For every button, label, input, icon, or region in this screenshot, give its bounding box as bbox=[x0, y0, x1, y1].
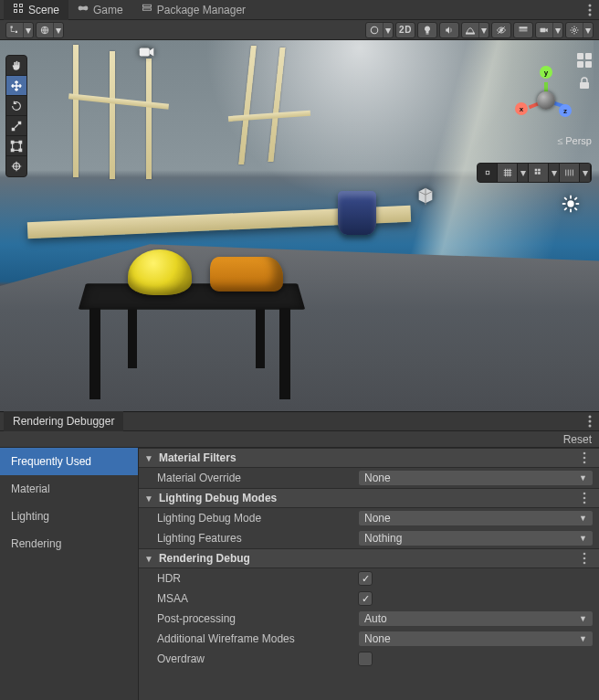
light-gizmo-icon[interactable] bbox=[561, 194, 581, 214]
window-layout-icon[interactable] bbox=[577, 53, 592, 68]
scene-toolbar: ▾ ▾ ▾ 2D ▾ bbox=[0, 20, 599, 40]
orientation-mode-button[interactable]: ▾ bbox=[36, 22, 64, 38]
draw-mode-button[interactable]: ▾ bbox=[365, 22, 394, 38]
row-material-override: Material Override None▼ bbox=[139, 468, 599, 488]
disclosure-triangle-icon: ▼ bbox=[144, 493, 153, 504]
svg-point-58 bbox=[583, 553, 586, 556]
rotate-tool[interactable] bbox=[6, 96, 26, 116]
svg-rect-21 bbox=[520, 29, 528, 31]
orientation-gizmo[interactable]: y x z Persp bbox=[500, 46, 592, 164]
svg-rect-7 bbox=[142, 5, 151, 6]
debugger-panel: ▼ Material Filters Material Override Non… bbox=[139, 448, 599, 700]
pivot-mode-button[interactable]: ▾ bbox=[5, 22, 34, 38]
top-tabs-menu[interactable] bbox=[581, 4, 599, 16]
transform-tool[interactable] bbox=[6, 156, 26, 176]
category-rendering[interactable]: Rendering bbox=[0, 530, 138, 557]
section-rendering-debug[interactable]: ▼ Rendering Debug bbox=[139, 548, 599, 568]
lighting-mode-dropdown[interactable]: None▼ bbox=[358, 510, 594, 526]
row-postprocessing: Post-processing Auto▼ bbox=[139, 609, 599, 629]
reset-button[interactable]: Reset bbox=[563, 433, 592, 446]
rect-tool[interactable] bbox=[6, 136, 26, 156]
row-overdraw: Overdraw bbox=[139, 649, 599, 669]
svg-line-36 bbox=[15, 124, 18, 128]
snap-settings-dropdown[interactable]: ▾ bbox=[580, 164, 591, 182]
move-tool[interactable] bbox=[6, 76, 26, 96]
svg-point-23 bbox=[573, 28, 576, 31]
snap-settings-button[interactable] bbox=[560, 164, 580, 182]
section-material-filters[interactable]: ▼ Material Filters bbox=[139, 448, 599, 468]
svg-rect-17 bbox=[467, 33, 475, 34]
tab-rendering-debugger[interactable]: Rendering Debugger bbox=[4, 411, 123, 431]
debugger-tabs-menu[interactable] bbox=[581, 415, 599, 428]
section-lighting-modes[interactable]: ▼ Lighting Debug Modes bbox=[139, 488, 599, 508]
svg-rect-13 bbox=[16, 30, 17, 32]
svg-point-10 bbox=[589, 8, 592, 11]
snap-grid-button[interactable] bbox=[498, 164, 518, 182]
grid-visibility-button[interactable] bbox=[478, 164, 498, 182]
section-material-menu[interactable] bbox=[575, 451, 594, 464]
snap-grid-dropdown[interactable]: ▾ bbox=[518, 164, 529, 182]
tab-game[interactable]: Game bbox=[68, 0, 132, 20]
svg-rect-44 bbox=[486, 171, 489, 174]
2d-toggle[interactable]: 2D bbox=[395, 22, 415, 38]
fx-toggle[interactable]: ▾ bbox=[461, 22, 489, 38]
svg-rect-1 bbox=[20, 5, 23, 7]
snap-increment-dropdown[interactable]: ▾ bbox=[549, 164, 560, 182]
projection-label[interactable]: Persp bbox=[557, 135, 592, 146]
hand-tool[interactable] bbox=[6, 56, 26, 76]
svg-rect-43 bbox=[580, 82, 589, 89]
tab-scene-label: Scene bbox=[28, 4, 59, 16]
svg-line-33 bbox=[564, 207, 567, 210]
msaa-checkbox[interactable]: ✓ bbox=[358, 591, 373, 606]
wireframe-dropdown[interactable]: None▼ bbox=[358, 631, 594, 647]
axis-x[interactable]: x bbox=[515, 102, 528, 115]
scale-tool[interactable] bbox=[6, 116, 26, 136]
svg-rect-0 bbox=[15, 5, 17, 7]
axis-y[interactable]: y bbox=[540, 66, 552, 79]
top-tab-bar: Scene Game Package Manager bbox=[0, 0, 599, 20]
camera-gizmo-icon[interactable] bbox=[137, 42, 157, 62]
svg-rect-39 bbox=[19, 141, 22, 143]
reflection-probe-icon[interactable] bbox=[415, 186, 436, 207]
svg-rect-22 bbox=[541, 27, 546, 32]
paint-bucket bbox=[338, 191, 376, 235]
category-material[interactable]: Material bbox=[0, 475, 138, 503]
debugger-toolbar: Reset bbox=[0, 431, 599, 448]
svg-point-55 bbox=[583, 493, 586, 495]
svg-point-11 bbox=[589, 13, 592, 16]
jigsaw bbox=[210, 257, 283, 292]
tab-scene[interactable]: Scene bbox=[4, 0, 68, 20]
section-rendering-menu[interactable] bbox=[575, 552, 594, 565]
svg-line-32 bbox=[574, 197, 577, 200]
svg-rect-8 bbox=[142, 8, 151, 10]
lock-icon[interactable] bbox=[579, 77, 590, 92]
svg-rect-45 bbox=[534, 169, 537, 172]
camera-button[interactable]: ▾ bbox=[535, 22, 563, 38]
layers-button[interactable] bbox=[513, 22, 533, 38]
svg-point-54 bbox=[583, 461, 586, 464]
material-override-dropdown[interactable]: None▼ bbox=[358, 470, 594, 486]
section-lighting-menu[interactable] bbox=[575, 492, 594, 504]
lighting-toggle[interactable] bbox=[417, 22, 437, 38]
svg-point-53 bbox=[583, 457, 586, 460]
visibility-toggle[interactable] bbox=[491, 22, 511, 38]
stud bbox=[110, 51, 115, 179]
audio-toggle[interactable] bbox=[439, 22, 459, 38]
svg-point-51 bbox=[589, 425, 592, 428]
svg-rect-40 bbox=[11, 149, 14, 152]
category-lighting[interactable]: Lighting bbox=[0, 503, 138, 530]
snap-increment-button[interactable] bbox=[529, 164, 549, 182]
tab-package-manager[interactable]: Package Manager bbox=[132, 0, 255, 20]
overdraw-checkbox[interactable] bbox=[358, 652, 373, 666]
disclosure-triangle-icon: ▼ bbox=[144, 554, 153, 564]
hdr-checkbox[interactable]: ✓ bbox=[358, 571, 373, 586]
gizmos-button[interactable]: ▾ bbox=[565, 22, 594, 38]
svg-rect-48 bbox=[538, 172, 541, 175]
category-frequently-used[interactable]: Frequently Used bbox=[0, 448, 138, 475]
row-wireframe: Additional Wireframe Modes None▼ bbox=[139, 629, 599, 649]
scene-viewport[interactable]: y x z Persp ▾ ▾ ▾ bbox=[0, 40, 599, 411]
svg-rect-41 bbox=[19, 149, 22, 152]
lighting-features-dropdown[interactable]: Nothing▼ bbox=[358, 530, 594, 546]
axis-z[interactable]: z bbox=[559, 104, 572, 117]
postprocessing-dropdown[interactable]: Auto▼ bbox=[358, 610, 594, 627]
